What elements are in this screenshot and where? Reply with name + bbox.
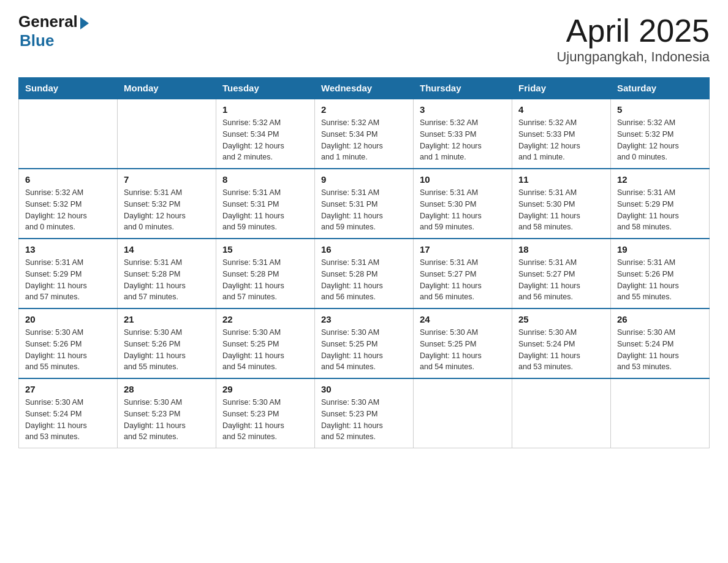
logo: General Blue (18, 12, 89, 50)
calendar-cell: 1Sunrise: 5:32 AMSunset: 5:34 PMDaylight… (216, 99, 315, 169)
day-number: 13 (25, 244, 111, 255)
day-number: 28 (124, 384, 210, 394)
day-number: 4 (518, 104, 604, 115)
day-number: 30 (321, 384, 407, 394)
day-info: Sunrise: 5:32 AMSunset: 5:32 PMDaylight:… (25, 187, 111, 233)
day-info: Sunrise: 5:31 AMSunset: 5:27 PMDaylight:… (518, 257, 604, 303)
calendar-cell: 12Sunrise: 5:31 AMSunset: 5:29 PMDayligh… (611, 169, 710, 239)
day-info: Sunrise: 5:31 AMSunset: 5:28 PMDaylight:… (124, 257, 210, 303)
day-number: 18 (518, 244, 604, 255)
weekday-header-monday: Monday (118, 78, 216, 99)
day-info: Sunrise: 5:31 AMSunset: 5:26 PMDaylight:… (617, 257, 703, 303)
month-title: April 2025 (556, 12, 710, 49)
weekday-header-friday: Friday (512, 78, 611, 99)
location-text: Ujungpangkah, Indonesia (556, 49, 710, 65)
day-info: Sunrise: 5:31 AMSunset: 5:31 PMDaylight:… (321, 187, 407, 233)
calendar-cell (19, 99, 118, 169)
page-header: General Blue April 2025 Ujungpangkah, In… (18, 12, 710, 65)
day-info: Sunrise: 5:31 AMSunset: 5:29 PMDaylight:… (617, 187, 703, 233)
calendar-cell: 20Sunrise: 5:30 AMSunset: 5:26 PMDayligh… (19, 308, 118, 378)
calendar-cell: 6Sunrise: 5:32 AMSunset: 5:32 PMDaylight… (19, 169, 118, 239)
calendar-cell: 5Sunrise: 5:32 AMSunset: 5:32 PMDaylight… (611, 99, 710, 169)
calendar-cell: 17Sunrise: 5:31 AMSunset: 5:27 PMDayligh… (414, 239, 512, 308)
calendar-cell: 22Sunrise: 5:30 AMSunset: 5:25 PMDayligh… (216, 308, 315, 378)
day-info: Sunrise: 5:31 AMSunset: 5:30 PMDaylight:… (518, 187, 604, 233)
day-info: Sunrise: 5:31 AMSunset: 5:28 PMDaylight:… (222, 257, 308, 303)
day-info: Sunrise: 5:30 AMSunset: 5:25 PMDaylight:… (420, 327, 506, 373)
logo-blue-text: Blue (20, 31, 54, 50)
day-info: Sunrise: 5:31 AMSunset: 5:32 PMDaylight:… (124, 187, 210, 233)
calendar-week-row: 20Sunrise: 5:30 AMSunset: 5:26 PMDayligh… (19, 308, 710, 378)
calendar-cell: 7Sunrise: 5:31 AMSunset: 5:32 PMDaylight… (118, 169, 216, 239)
calendar-cell: 11Sunrise: 5:31 AMSunset: 5:30 PMDayligh… (512, 169, 611, 239)
day-number: 5 (617, 104, 703, 115)
day-info: Sunrise: 5:31 AMSunset: 5:29 PMDaylight:… (25, 257, 111, 303)
title-block: April 2025 Ujungpangkah, Indonesia (556, 12, 710, 65)
weekday-header-row: SundayMondayTuesdayWednesdayThursdayFrid… (19, 78, 710, 99)
day-number: 15 (222, 244, 308, 255)
calendar-cell: 29Sunrise: 5:30 AMSunset: 5:23 PMDayligh… (216, 378, 315, 448)
day-number: 16 (321, 244, 407, 255)
day-info: Sunrise: 5:31 AMSunset: 5:30 PMDaylight:… (420, 187, 506, 233)
weekday-header-tuesday: Tuesday (216, 78, 315, 99)
day-info: Sunrise: 5:32 AMSunset: 5:32 PMDaylight:… (617, 117, 703, 163)
calendar-cell: 26Sunrise: 5:30 AMSunset: 5:24 PMDayligh… (611, 308, 710, 378)
calendar-cell: 27Sunrise: 5:30 AMSunset: 5:24 PMDayligh… (19, 378, 118, 448)
calendar-cell: 28Sunrise: 5:30 AMSunset: 5:23 PMDayligh… (118, 378, 216, 448)
day-number: 17 (420, 244, 506, 255)
day-number: 3 (420, 104, 506, 115)
day-info: Sunrise: 5:32 AMSunset: 5:34 PMDaylight:… (222, 117, 308, 163)
day-number: 8 (222, 174, 308, 185)
day-number: 12 (617, 174, 703, 185)
day-info: Sunrise: 5:30 AMSunset: 5:24 PMDaylight:… (25, 397, 111, 443)
calendar-week-row: 27Sunrise: 5:30 AMSunset: 5:24 PMDayligh… (19, 378, 710, 448)
day-number: 25 (518, 314, 604, 324)
day-number: 6 (25, 174, 111, 185)
day-number: 11 (518, 174, 604, 185)
day-info: Sunrise: 5:30 AMSunset: 5:24 PMDaylight:… (617, 327, 703, 373)
calendar-cell: 8Sunrise: 5:31 AMSunset: 5:31 PMDaylight… (216, 169, 315, 239)
day-info: Sunrise: 5:30 AMSunset: 5:25 PMDaylight:… (321, 327, 407, 373)
calendar-cell: 4Sunrise: 5:32 AMSunset: 5:33 PMDaylight… (512, 99, 611, 169)
calendar-cell (414, 378, 512, 448)
calendar-cell (118, 99, 216, 169)
day-info: Sunrise: 5:32 AMSunset: 5:34 PMDaylight:… (321, 117, 407, 163)
weekday-header-sunday: Sunday (19, 78, 118, 99)
day-info: Sunrise: 5:30 AMSunset: 5:23 PMDaylight:… (124, 397, 210, 443)
day-number: 29 (222, 384, 308, 394)
day-info: Sunrise: 5:30 AMSunset: 5:26 PMDaylight:… (25, 327, 111, 373)
calendar-cell (512, 378, 611, 448)
day-number: 24 (420, 314, 506, 324)
calendar-cell: 15Sunrise: 5:31 AMSunset: 5:28 PMDayligh… (216, 239, 315, 308)
weekday-header-thursday: Thursday (414, 78, 512, 99)
day-number: 27 (25, 384, 111, 394)
calendar-cell: 24Sunrise: 5:30 AMSunset: 5:25 PMDayligh… (414, 308, 512, 378)
day-info: Sunrise: 5:32 AMSunset: 5:33 PMDaylight:… (518, 117, 604, 163)
calendar-cell: 3Sunrise: 5:32 AMSunset: 5:33 PMDaylight… (414, 99, 512, 169)
logo-general-text: General (18, 12, 78, 31)
calendar-cell: 13Sunrise: 5:31 AMSunset: 5:29 PMDayligh… (19, 239, 118, 308)
calendar-cell: 14Sunrise: 5:31 AMSunset: 5:28 PMDayligh… (118, 239, 216, 308)
day-info: Sunrise: 5:31 AMSunset: 5:31 PMDaylight:… (222, 187, 308, 233)
day-info: Sunrise: 5:31 AMSunset: 5:27 PMDaylight:… (420, 257, 506, 303)
day-info: Sunrise: 5:30 AMSunset: 5:25 PMDaylight:… (222, 327, 308, 373)
calendar-cell: 21Sunrise: 5:30 AMSunset: 5:26 PMDayligh… (118, 308, 216, 378)
day-info: Sunrise: 5:32 AMSunset: 5:33 PMDaylight:… (420, 117, 506, 163)
day-info: Sunrise: 5:31 AMSunset: 5:28 PMDaylight:… (321, 257, 407, 303)
calendar-cell: 23Sunrise: 5:30 AMSunset: 5:25 PMDayligh… (315, 308, 414, 378)
calendar-week-row: 6Sunrise: 5:32 AMSunset: 5:32 PMDaylight… (19, 169, 710, 239)
day-number: 23 (321, 314, 407, 324)
logo-arrow-icon (80, 17, 89, 29)
day-info: Sunrise: 5:30 AMSunset: 5:23 PMDaylight:… (222, 397, 308, 443)
calendar-cell: 10Sunrise: 5:31 AMSunset: 5:30 PMDayligh… (414, 169, 512, 239)
weekday-header-saturday: Saturday (611, 78, 710, 99)
weekday-header-wednesday: Wednesday (315, 78, 414, 99)
day-number: 2 (321, 104, 407, 115)
day-number: 26 (617, 314, 703, 324)
day-number: 22 (222, 314, 308, 324)
day-info: Sunrise: 5:30 AMSunset: 5:24 PMDaylight:… (518, 327, 604, 373)
calendar-table: SundayMondayTuesdayWednesdayThursdayFrid… (18, 77, 710, 448)
calendar-cell: 25Sunrise: 5:30 AMSunset: 5:24 PMDayligh… (512, 308, 611, 378)
day-number: 9 (321, 174, 407, 185)
calendar-cell: 2Sunrise: 5:32 AMSunset: 5:34 PMDaylight… (315, 99, 414, 169)
